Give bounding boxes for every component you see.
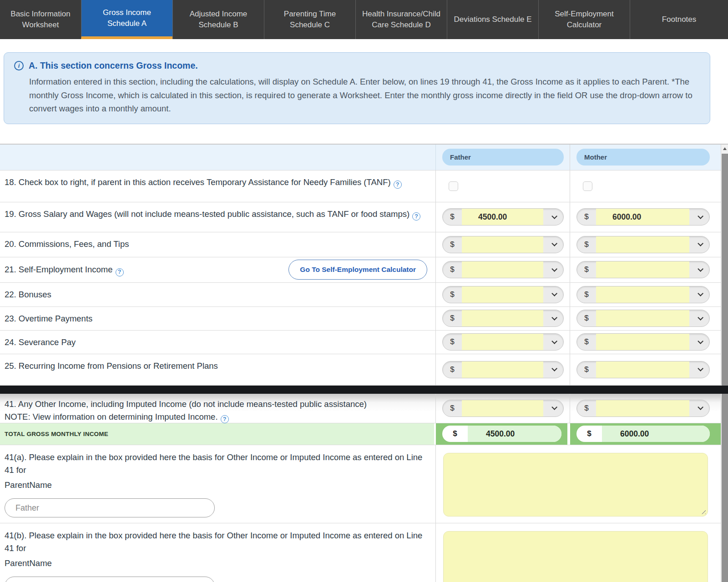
overtime-mother-input-group[interactable]: $ (576, 310, 710, 327)
chevron-down-icon[interactable] (689, 334, 709, 350)
info-box-title: i A. This section concerns Gross Income. (14, 60, 701, 71)
chevron-down-icon[interactable] (689, 310, 709, 326)
amount-input[interactable]: 4500.00 (462, 209, 543, 225)
tab-gross-income-schedule-a[interactable]: Gross Income Schedule A (81, 0, 172, 39)
tab-label: Deviations Schedule E (454, 14, 531, 25)
other-income-mother-input-group[interactable]: $ (576, 400, 710, 417)
currency-prefix: $ (443, 334, 462, 350)
other-income-explanation-textarea-father[interactable] (443, 453, 708, 517)
chevron-down-icon[interactable] (543, 236, 563, 253)
severance-mother-input-group[interactable]: $ (576, 333, 710, 351)
vertical-scrollbar[interactable] (721, 145, 728, 582)
amount-input[interactable] (596, 400, 689, 416)
amount-input[interactable] (462, 400, 543, 416)
parent-name-field-mother[interactable]: Mother (5, 577, 215, 582)
gross-salary-mother-input-group[interactable]: $ 6000.00 (576, 208, 710, 226)
help-icon[interactable]: ? (116, 268, 124, 276)
tab-parenting-time-schedule-c[interactable]: Parenting Time Schedule C (264, 0, 355, 39)
total-amount: 6000.00 (602, 426, 710, 442)
commissions-father-input-group[interactable]: $ (442, 236, 564, 253)
scrollbar-up-arrow[interactable] (721, 145, 728, 153)
tanf-checkbox-mother[interactable] (583, 181, 592, 191)
scrollbar-thumb[interactable] (722, 154, 728, 582)
currency-prefix: $ (577, 236, 596, 253)
info-box-body: Information entered in this section, inc… (29, 75, 701, 115)
amount-input[interactable] (462, 261, 543, 278)
chevron-down-icon[interactable] (689, 361, 709, 378)
total-father-value: $ 4500.00 (442, 426, 561, 442)
self-employment-father-input-group[interactable]: $ (442, 261, 564, 278)
chevron-down-icon[interactable] (689, 261, 709, 278)
row-19-label: 19. Gross Salary and Wages (will not inc… (5, 209, 410, 219)
table-row-19: 19. Gross Salary and Wages (will not inc… (0, 202, 721, 232)
amount-input[interactable] (462, 361, 543, 378)
chevron-down-icon[interactable] (689, 209, 709, 225)
gross-salary-father-input-group[interactable]: $ 4500.00 (442, 208, 564, 226)
severance-father-input-group[interactable]: $ (442, 333, 564, 351)
chevron-down-icon[interactable] (543, 400, 563, 416)
total-gross-monthly-income-row: TOTAL GROSS MONTHLY INCOME $ 4500.00 $ 6… (0, 423, 721, 445)
go-to-self-employment-calculator-button[interactable]: Go To Self-Employment Calculator (288, 260, 427, 280)
amount-input[interactable] (596, 361, 689, 378)
amount-input[interactable] (462, 310, 543, 326)
bonuses-mother-input-group[interactable]: $ (576, 286, 710, 303)
currency-prefix: $ (443, 310, 462, 326)
pension-mother-input-group[interactable]: $ (576, 361, 710, 378)
currency-prefix: $ (577, 261, 596, 278)
amount-input[interactable]: 6000.00 (596, 209, 689, 225)
amount-input[interactable] (596, 286, 689, 303)
amount-input[interactable] (462, 236, 543, 253)
chevron-down-icon[interactable] (543, 261, 563, 278)
bonuses-father-input-group[interactable]: $ (442, 286, 564, 303)
table-row-24: 24. Severance Pay $ $ (0, 331, 721, 354)
amount-input[interactable] (462, 334, 543, 350)
tanf-checkbox-father[interactable] (449, 181, 458, 191)
help-icon[interactable]: ? (221, 415, 229, 423)
tab-health-insurance-child-care-schedule-d[interactable]: Health Insurance/Child Care Schedule D (355, 0, 447, 39)
row-25-label: 25. Recurring Income from Pensions or Re… (5, 361, 218, 371)
currency-prefix: $ (443, 209, 462, 225)
other-income-explanation-textarea-mother[interactable] (443, 531, 708, 582)
info-icon: i (14, 61, 24, 70)
tab-label: Gross Income Schedule A (87, 7, 167, 29)
currency-prefix: $ (577, 400, 596, 416)
help-icon[interactable]: ? (412, 212, 420, 221)
row-18-label: 18. Check box to right, if parent in thi… (5, 177, 391, 187)
chevron-down-icon[interactable] (543, 334, 563, 350)
chevron-down-icon[interactable] (689, 400, 709, 416)
tab-footnotes[interactable]: Footnotes (630, 0, 728, 39)
table-row-41a: 41(a). Please explain in the box provide… (0, 445, 721, 523)
chevron-down-icon[interactable] (689, 236, 709, 253)
table-row-41: 41. Any Other Income, including Imputed … (0, 394, 721, 423)
currency-prefix: $ (442, 426, 468, 442)
chevron-down-icon[interactable] (543, 286, 563, 303)
chevron-down-icon[interactable] (543, 209, 563, 225)
tab-basic-information-worksheet[interactable]: Basic Information Worksheet (0, 0, 81, 39)
self-employment-mother-input-group[interactable]: $ (576, 261, 710, 278)
amount-input[interactable] (596, 261, 689, 278)
tab-self-employment-calculator[interactable]: Self-Employment Calculator (538, 0, 630, 39)
pension-father-input-group[interactable]: $ (442, 361, 564, 378)
currency-prefix: $ (443, 286, 462, 303)
other-income-father-input-group[interactable]: $ (442, 400, 564, 417)
tab-deviations-schedule-e[interactable]: Deviations Schedule E (447, 0, 538, 39)
table-row-41b: 41(b). Please explain in the box provide… (0, 523, 721, 582)
chevron-down-icon[interactable] (543, 361, 563, 378)
parent-name-field-father[interactable]: Father (5, 498, 215, 517)
amount-input[interactable] (596, 236, 689, 253)
tab-adjusted-income-schedule-b[interactable]: Adjusted Income Schedule B (172, 0, 264, 39)
total-mother-value: $ 6000.00 (576, 426, 710, 442)
table-row-21: 21. Self-Employment Income? Go To Self-E… (0, 257, 721, 283)
table-row-22: 22. Bonuses $ $ (0, 283, 721, 307)
help-icon[interactable]: ? (394, 181, 402, 189)
amount-input[interactable] (596, 334, 689, 350)
header-spacer (0, 145, 436, 170)
amount-input[interactable] (462, 286, 543, 303)
overtime-father-input-group[interactable]: $ (442, 310, 564, 327)
chevron-down-icon[interactable] (543, 310, 563, 326)
gross-income-table: Father Mother 18. Check box to right, if… (0, 144, 728, 582)
chevron-down-icon[interactable] (689, 286, 709, 303)
commissions-mother-input-group[interactable]: $ (576, 236, 710, 253)
row-20-label: 20. Commissions, Fees, and Tips (5, 239, 129, 249)
amount-input[interactable] (596, 310, 689, 326)
